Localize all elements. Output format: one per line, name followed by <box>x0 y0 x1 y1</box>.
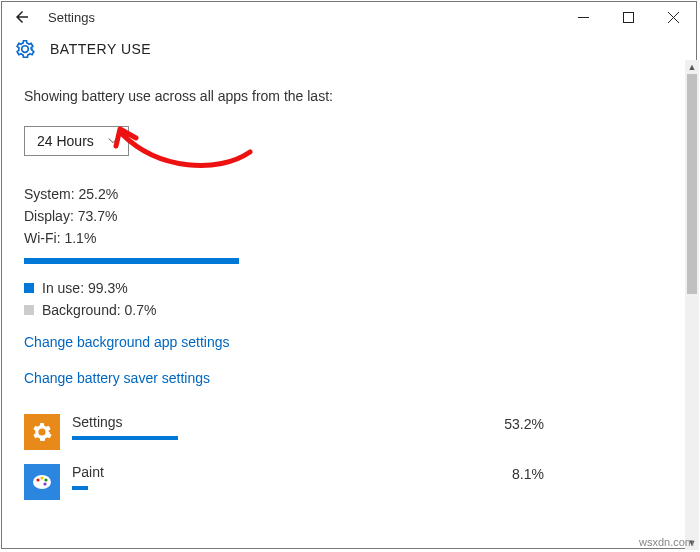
stat-display: Display: 73.7% <box>24 208 674 224</box>
app-usage-bar <box>72 436 178 440</box>
close-button[interactable] <box>651 2 696 32</box>
window-title: Settings <box>42 10 95 25</box>
app-percent: 53.2% <box>284 414 544 432</box>
app-usage-bar <box>72 486 88 490</box>
page-title: BATTERY USE <box>50 41 151 57</box>
usage-bar <box>24 258 239 264</box>
gear-icon <box>14 38 36 60</box>
app-icon-settings <box>24 414 60 450</box>
window-controls <box>561 2 696 32</box>
arrow-left-icon <box>13 8 31 26</box>
page-heading-row: BATTERY USE <box>2 32 696 66</box>
legend-in-use: In use: 99.3% <box>24 280 674 296</box>
annotation-arrow <box>108 112 268 182</box>
svg-rect-1 <box>624 12 634 22</box>
svg-point-6 <box>43 482 46 485</box>
app-info: Settings <box>72 414 272 440</box>
app-row-settings[interactable]: Settings 53.2% <box>24 414 674 450</box>
swatch-in-use-icon <box>24 283 34 293</box>
link-battery-saver-settings[interactable]: Change battery saver settings <box>24 370 210 386</box>
dropdown-selected-value: 24 Hours <box>37 133 94 149</box>
paint-app-icon <box>30 470 54 494</box>
app-name-label: Settings <box>72 414 272 430</box>
minimize-button[interactable] <box>561 2 606 32</box>
stat-wifi: Wi-Fi: 1.1% <box>24 230 674 246</box>
title-bar: Settings <box>2 2 696 32</box>
svg-point-4 <box>40 476 43 479</box>
scroll-up-icon[interactable]: ▲ <box>685 60 699 74</box>
description-text: Showing battery use across all apps from… <box>24 88 674 104</box>
maximize-button[interactable] <box>606 2 651 32</box>
scrollbar-thumb[interactable] <box>687 74 697 294</box>
time-range-dropdown[interactable]: 24 Hours <box>24 126 129 156</box>
back-button[interactable] <box>2 8 42 26</box>
content-area: Showing battery use across all apps from… <box>2 66 696 548</box>
scrollbar[interactable]: ▲ ▼ <box>685 60 699 550</box>
svg-point-5 <box>44 478 47 481</box>
legend-background: Background: 0.7% <box>24 302 674 318</box>
svg-rect-0 <box>578 17 589 18</box>
settings-app-icon <box>30 420 54 444</box>
swatch-background-icon <box>24 305 34 315</box>
link-background-app-settings[interactable]: Change background app settings <box>24 334 229 350</box>
chevron-down-icon <box>108 136 118 146</box>
app-row-paint[interactable]: Paint 8.1% <box>24 464 674 500</box>
svg-point-3 <box>36 478 39 481</box>
app-list: Settings 53.2% Paint 8.1% <box>24 414 674 500</box>
app-name-label: Paint <box>72 464 272 480</box>
app-icon-paint <box>24 464 60 500</box>
app-info: Paint <box>72 464 272 490</box>
stat-system: System: 25.2% <box>24 186 674 202</box>
watermark: wsxdn.com <box>639 536 694 548</box>
app-percent: 8.1% <box>284 464 544 482</box>
